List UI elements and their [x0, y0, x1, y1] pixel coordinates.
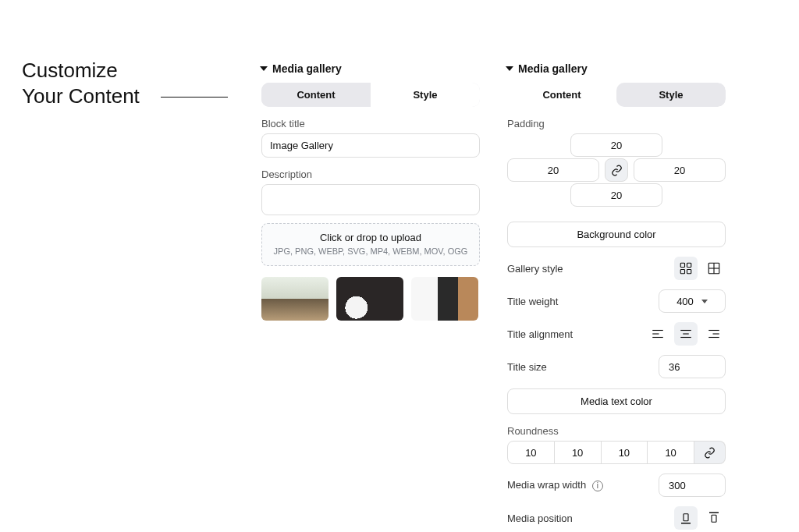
media-text-color-label: Media text color	[581, 395, 652, 407]
title-weight-value: 400	[676, 296, 694, 307]
align-center-icon[interactable]	[674, 322, 698, 346]
panel-style-title[interactable]: Media gallery	[507, 62, 726, 75]
media-position-label: Media position	[507, 512, 573, 524]
headline-line2: Your Content	[22, 83, 140, 109]
media-wrap-width-value: 300	[669, 480, 686, 491]
media-position-bottom-icon[interactable]	[702, 506, 726, 530]
headline: Customize Your Content	[22, 58, 140, 108]
padding-label: Padding	[507, 118, 726, 129]
roundness-tr[interactable]: 10	[555, 441, 602, 464]
headline-line1: Customize	[22, 58, 140, 83]
title-size-input[interactable]: 36	[659, 355, 726, 378]
headline-rule	[161, 97, 228, 98]
upload-formats: JPG, PNG, WEBP, SVG, MP4, WEBM, MOV, OGG	[268, 246, 473, 256]
padding-link-toggle[interactable]	[605, 158, 628, 182]
block-title-input[interactable]	[261, 133, 480, 158]
tabbar-style: Content Style	[507, 83, 726, 107]
chevron-down-icon	[701, 300, 708, 303]
upload-main-text: Click or drop to upload	[268, 232, 473, 243]
padding-right-value: 20	[674, 165, 685, 176]
thumbnail-3[interactable]	[411, 277, 478, 321]
roundness-tl-value: 10	[525, 447, 536, 459]
roundness-br-value: 10	[619, 447, 630, 459]
svg-rect-1	[687, 263, 691, 267]
background-color-label: Background color	[577, 229, 655, 240]
media-wrap-width-label: Media wrap width i	[507, 479, 603, 491]
info-icon[interactable]: i	[592, 481, 603, 491]
panel-content-title-text: Media gallery	[272, 62, 342, 75]
background-color-button[interactable]: Background color	[507, 222, 726, 247]
panel-style: Media gallery Content Style Padding 20 2…	[507, 62, 726, 530]
padding-top-value: 20	[611, 140, 622, 151]
thumbnail-1[interactable]	[261, 277, 328, 321]
block-title-label: Block title	[261, 118, 480, 129]
svg-rect-0	[680, 263, 684, 267]
padding-top[interactable]: 20	[570, 133, 662, 157]
thumbnail-2[interactable]	[336, 277, 403, 321]
roundness-tl[interactable]: 10	[507, 441, 555, 464]
description-input[interactable]	[261, 184, 480, 215]
roundness-bl[interactable]: 10	[648, 441, 694, 464]
svg-rect-3	[687, 270, 691, 274]
roundness-tr-value: 10	[572, 447, 583, 459]
padding-bottom[interactable]: 20	[570, 183, 662, 207]
align-left-icon[interactable]	[646, 322, 669, 346]
padding-cross: 20 20 20 20	[507, 133, 726, 211]
title-size-label: Title size	[507, 361, 547, 373]
roundness-bl-value: 10	[665, 447, 676, 459]
align-right-icon[interactable]	[702, 322, 726, 346]
roundness-row: 10 10 10 10	[507, 441, 726, 464]
thumbnail-row	[261, 277, 480, 321]
chevron-down-icon	[260, 66, 268, 71]
panel-style-title-text: Media gallery	[518, 62, 588, 75]
panel-content: Media gallery Content Style Block title …	[261, 62, 480, 321]
media-wrap-width-text: Media wrap width	[507, 479, 586, 491]
description-label: Description	[261, 168, 480, 180]
title-weight-label: Title weight	[507, 296, 558, 307]
roundness-link-toggle[interactable]	[694, 441, 726, 464]
link-icon	[704, 447, 716, 459]
title-weight-select[interactable]: 400	[659, 289, 726, 313]
roundness-label: Roundness	[507, 425, 726, 437]
gallery-style-label: Gallery style	[507, 263, 563, 275]
padding-left[interactable]: 20	[507, 158, 599, 182]
padding-bottom-value: 20	[611, 190, 622, 201]
panel-content-title[interactable]: Media gallery	[261, 62, 480, 75]
title-size-value: 36	[669, 361, 680, 373]
svg-rect-19	[712, 515, 716, 522]
link-icon	[611, 165, 623, 176]
svg-rect-16	[684, 514, 688, 521]
upload-zone[interactable]: Click or drop to upload JPG, PNG, WEBP, …	[261, 223, 480, 266]
title-alignment-label: Title alignment	[507, 328, 573, 340]
padding-right[interactable]: 20	[634, 158, 726, 182]
media-position-top-icon[interactable]	[674, 506, 698, 530]
tabbar-content: Content Style	[261, 83, 480, 107]
gallery-style-grid-icon[interactable]	[674, 257, 698, 280]
svg-rect-2	[680, 270, 684, 274]
tab-content2[interactable]: Content	[507, 83, 616, 107]
tab-style[interactable]: Style	[371, 83, 480, 107]
media-text-color-button[interactable]: Media text color	[507, 388, 726, 414]
gallery-style-block-icon[interactable]	[702, 257, 726, 280]
chevron-down-icon	[506, 66, 513, 71]
padding-left-value: 20	[548, 165, 559, 176]
tab-content[interactable]: Content	[261, 83, 371, 107]
tab-style2[interactable]: Style	[616, 83, 726, 107]
media-wrap-width-input[interactable]: 300	[659, 473, 726, 497]
roundness-br[interactable]: 10	[602, 441, 648, 464]
